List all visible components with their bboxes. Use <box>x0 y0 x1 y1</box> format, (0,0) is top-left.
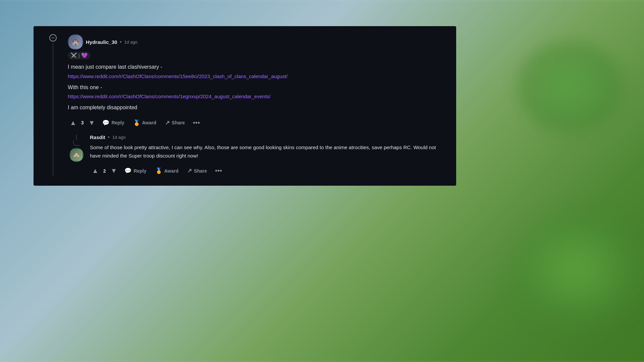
reply-text: Some of those look pretty attractive, I … <box>90 143 447 160</box>
share-label: Share <box>172 120 185 125</box>
share-icon: ↗ <box>165 119 170 126</box>
reply-label: Reply <box>111 120 124 125</box>
top-comment-text-1: I mean just compare last clashiversary - <box>68 63 447 71</box>
reply-share-icon: ↗ <box>187 167 192 174</box>
reply-share-label: Share <box>194 168 207 174</box>
reply-timestamp: 1d ago <box>112 135 126 140</box>
reply-vote-count: 2 <box>103 168 106 174</box>
downvote-button[interactable]: ▼ <box>87 118 97 128</box>
reply-reply-icon: 💬 <box>124 167 131 174</box>
bg-decoration-2 <box>510 211 644 328</box>
reply-action-bar: ▲ 2 ▼ 💬 Reply 🏅 <box>90 165 447 176</box>
comment-panel: − 🏰 Hydraulic_30 • 1d ago ⚔️ | 💜 I mean … <box>34 26 456 186</box>
reply-downvote-icon: ▼ <box>111 167 117 175</box>
reply-icon: 💬 <box>102 119 109 126</box>
vote-section: ▲ 3 ▼ <box>68 118 97 128</box>
avatar-icon: 🏰 <box>69 35 82 49</box>
reply-award-button[interactable]: 🏅 Award <box>152 165 182 176</box>
reply-vote-section: ▲ 2 ▼ <box>90 166 119 176</box>
more-button[interactable]: ••• <box>190 118 203 128</box>
flair-badges: ⚔️ | 💜 <box>68 52 91 59</box>
reply-upvote-icon: ▲ <box>92 167 99 175</box>
thread-line <box>53 43 53 176</box>
reply-reply-label: Reply <box>133 168 146 174</box>
reply-more-icon: ••• <box>215 167 222 174</box>
top-comment: − 🏰 Hydraulic_30 • 1d ago ⚔️ | 💜 I mean … <box>43 34 447 176</box>
separator-dot: • <box>120 39 121 45</box>
top-comment-link-1[interactable]: https://www.reddit.com/r/ClashOfClans/co… <box>68 73 447 79</box>
reply-award-label: Award <box>164 168 179 174</box>
reply-header: Rasdit • 1d ago <box>90 134 447 140</box>
flair-icon-heart: 💜 <box>81 52 88 59</box>
vote-count: 3 <box>81 120 84 125</box>
collapse-icon: − <box>51 35 54 41</box>
flair-divider: | <box>78 53 80 58</box>
reply-button[interactable]: 💬 Reply <box>99 117 127 128</box>
reply-upvote-button[interactable]: ▲ <box>90 166 101 176</box>
reply-separator: • <box>108 134 110 140</box>
top-comment-avatar-col: − <box>43 34 63 176</box>
top-comment-header: 🏰 Hydraulic_30 • 1d ago <box>68 34 447 50</box>
award-button[interactable]: 🏅 Award <box>130 117 160 128</box>
award-icon: 🏅 <box>133 119 140 126</box>
more-icon: ••• <box>193 119 200 126</box>
reply-share-button[interactable]: ↗ Share <box>184 165 210 176</box>
reply-avatar-col: 🏘️ <box>68 134 85 177</box>
award-label: Award <box>142 120 157 125</box>
top-comment-text-3: I am completely disappointed <box>68 103 447 112</box>
downvote-icon: ▼ <box>89 119 95 127</box>
reply-body: Rasdit • 1d ago Some of those look prett… <box>85 134 447 177</box>
reply-section: 🏘️ Rasdit • 1d ago Some of those look pr… <box>68 134 447 177</box>
top-comment-username[interactable]: Hydraulic_30 <box>86 39 117 45</box>
bg-decoration-1 <box>517 40 624 134</box>
top-comment-text-2: With this one - <box>68 83 447 92</box>
upvote-icon: ▲ <box>70 119 76 127</box>
reply-more-button[interactable]: ••• <box>212 166 225 176</box>
top-comment-timestamp: 1d ago <box>124 40 138 45</box>
top-comment-link-2[interactable]: https://www.reddit.com/r/ClashOfClans/co… <box>68 94 447 99</box>
share-button[interactable]: ↗ Share <box>162 117 188 128</box>
top-comment-action-bar: ▲ 3 ▼ 💬 Reply 🏅 Award ↗ Sh <box>68 117 447 128</box>
reply-award-icon: 🏅 <box>155 167 162 174</box>
reply-reply-button[interactable]: 💬 Reply <box>121 165 150 176</box>
reply-username[interactable]: Rasdit <box>90 134 105 140</box>
avatar: 🏰 <box>68 34 83 50</box>
top-comment-body: 🏰 Hydraulic_30 • 1d ago ⚔️ | 💜 I mean ju… <box>63 34 447 176</box>
reply-downvote-button[interactable]: ▼ <box>109 166 119 176</box>
flair-icon-sword: ⚔️ <box>70 52 77 59</box>
collapse-button[interactable]: − <box>49 34 57 42</box>
reply-avatar: 🏘️ <box>69 148 84 162</box>
reply-avatar-icon: 🏘️ <box>70 149 83 161</box>
upvote-button[interactable]: ▲ <box>68 118 78 128</box>
